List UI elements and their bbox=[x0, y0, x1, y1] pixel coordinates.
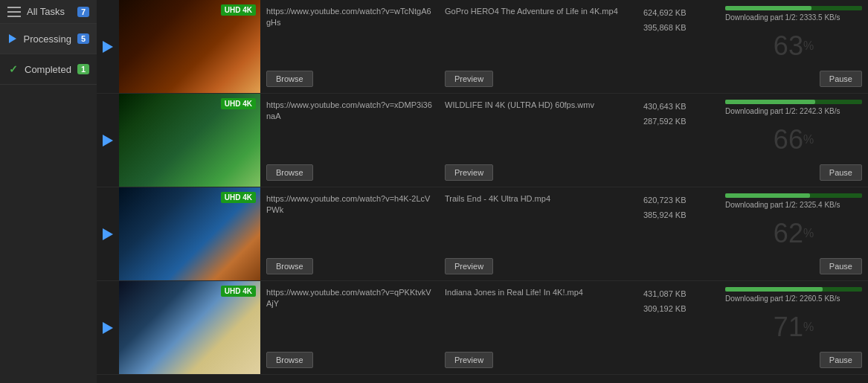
progress-speed: Downloading part 1/2: 2325.4 KB/s bbox=[725, 201, 862, 209]
uhd-badge: UHD 4K bbox=[221, 4, 256, 16]
browse-button[interactable]: Browse bbox=[266, 71, 313, 87]
task-size-done: 309,192 KB bbox=[643, 302, 713, 317]
task-progress-col: Downloading part 1/2: 2260.5 KB/s 71% Pa… bbox=[719, 281, 868, 374]
task-size: 620,723 KB 385,924 KB bbox=[637, 187, 719, 280]
browse-button[interactable]: Browse bbox=[266, 164, 313, 181]
sidebar-item-processing[interactable]: Processing 5 bbox=[0, 24, 97, 54]
task-row: UHD 4K https://www.youtube.com/watch?v=q… bbox=[97, 281, 868, 375]
progress-bar bbox=[725, 100, 862, 104]
task-filename-col: GoPro HERO4 The Adventure of Life in 4K.… bbox=[439, 0, 637, 93]
task-progress-col: Downloading part 1/2: 2333.5 KB/s 63% Pa… bbox=[719, 0, 868, 93]
sidebar: All Tasks 7 Processing 5 ✓ Completed 1 bbox=[0, 0, 97, 383]
pause-button[interactable]: Pause bbox=[820, 352, 862, 368]
task-url: https://www.youtube.com/watch?v=wTcNtgA6… bbox=[266, 6, 433, 29]
task-play-button[interactable] bbox=[103, 41, 113, 53]
task-size: 624,692 KB 395,868 KB bbox=[637, 0, 719, 93]
task-progress-col: Downloading part 1/2: 2325.4 KB/s 62% Pa… bbox=[719, 187, 868, 280]
task-size: 430,643 KB 287,592 KB bbox=[637, 94, 719, 187]
task-play-button[interactable] bbox=[103, 228, 113, 240]
task-thumbnail: UHD 4K bbox=[119, 281, 260, 374]
task-play-col bbox=[97, 0, 119, 93]
progress-speed: Downloading part 1/2: 2242.3 KB/s bbox=[725, 107, 862, 115]
task-play-col bbox=[97, 281, 119, 374]
task-url: https://www.youtube.com/watch?v=qPKKtvkV… bbox=[266, 287, 433, 310]
uhd-badge: UHD 4K bbox=[221, 192, 256, 203]
task-url-col: https://www.youtube.com/watch?v=h4K-2LcV… bbox=[260, 187, 439, 280]
uhd-badge: UHD 4K bbox=[221, 286, 256, 297]
task-filename-col: Indiana Jones in Real Life! In 4K!.mp4 P… bbox=[439, 281, 637, 374]
task-thumbnail: UHD 4K bbox=[119, 0, 260, 93]
task-filename: Trails End - 4K Ultra HD.mp4 bbox=[445, 193, 631, 205]
progress-percent: 62% bbox=[725, 209, 862, 258]
progress-bar bbox=[725, 287, 862, 292]
sidebar-header: All Tasks 7 bbox=[0, 0, 97, 24]
preview-button[interactable]: Preview bbox=[445, 258, 493, 274]
task-url: https://www.youtube.com/watch?v=h4K-2LcV… bbox=[266, 193, 433, 216]
task-play-button[interactable] bbox=[103, 135, 113, 147]
task-row: UHD 4K https://www.youtube.com/watch?v=h… bbox=[97, 187, 868, 281]
task-filename: WILDLIFE IN 4K (ULTRA HD) 60fps.wmv bbox=[445, 100, 631, 111]
task-url-col: https://www.youtube.com/watch?v=qPKKtvkV… bbox=[260, 281, 439, 374]
task-filename: Indiana Jones in Real Life! In 4K!.mp4 bbox=[445, 287, 631, 298]
progress-percent: 66% bbox=[725, 115, 862, 164]
task-url: https://www.youtube.com/watch?v=xDMP3i36… bbox=[266, 100, 433, 123]
task-play-button[interactable] bbox=[103, 322, 113, 334]
processing-badge: 5 bbox=[77, 33, 89, 44]
uhd-badge: UHD 4K bbox=[221, 98, 256, 109]
task-row: UHD 4K https://www.youtube.com/watch?v=x… bbox=[97, 94, 868, 187]
progress-bar bbox=[725, 193, 862, 198]
preview-button[interactable]: Preview bbox=[445, 164, 493, 181]
task-size-done: 395,868 KB bbox=[643, 21, 713, 36]
task-size-done: 287,592 KB bbox=[643, 115, 713, 129]
browse-button[interactable]: Browse bbox=[266, 352, 313, 368]
pause-button[interactable]: Pause bbox=[820, 258, 862, 274]
pause-button[interactable]: Pause bbox=[820, 71, 862, 87]
hamburger-icon[interactable] bbox=[7, 7, 21, 17]
task-filename-col: Trails End - 4K Ultra HD.mp4 Preview bbox=[439, 187, 637, 280]
task-play-col bbox=[97, 94, 119, 187]
pause-button[interactable]: Pause bbox=[820, 164, 862, 181]
completed-label: Completed bbox=[25, 64, 71, 75]
preview-button[interactable]: Preview bbox=[445, 71, 493, 87]
task-size-done: 385,924 KB bbox=[643, 208, 713, 223]
all-tasks-label: All Tasks bbox=[27, 6, 71, 17]
task-progress-col: Downloading part 1/2: 2242.3 KB/s 66% Pa… bbox=[719, 94, 868, 187]
progress-bar bbox=[725, 6, 862, 10]
task-thumbnail: UHD 4K bbox=[119, 187, 260, 280]
task-filename-col: WILDLIFE IN 4K (ULTRA HD) 60fps.wmv Prev… bbox=[439, 94, 637, 187]
task-url-col: https://www.youtube.com/watch?v=xDMP3i36… bbox=[260, 94, 439, 187]
task-url-col: https://www.youtube.com/watch?v=wTcNtgA6… bbox=[260, 0, 439, 93]
task-size-total: 620,723 KB bbox=[643, 193, 713, 208]
completed-check-icon: ✓ bbox=[7, 63, 19, 75]
preview-button[interactable]: Preview bbox=[445, 352, 493, 368]
task-size: 431,087 KB 309,192 KB bbox=[637, 281, 719, 374]
task-size-total: 624,692 KB bbox=[643, 6, 713, 21]
task-list: UHD 4K https://www.youtube.com/watch?v=w… bbox=[97, 0, 868, 383]
processing-play-icon bbox=[7, 33, 18, 45]
completed-badge: 1 bbox=[77, 64, 89, 74]
task-row: UHD 4K https://www.youtube.com/watch?v=w… bbox=[97, 0, 868, 94]
progress-percent: 71% bbox=[725, 303, 862, 352]
progress-speed: Downloading part 1/2: 2333.5 KB/s bbox=[725, 13, 862, 22]
all-tasks-badge: 7 bbox=[77, 7, 89, 17]
processing-label: Processing bbox=[24, 33, 71, 45]
task-play-col bbox=[97, 187, 119, 280]
progress-speed: Downloading part 1/2: 2260.5 KB/s bbox=[725, 295, 862, 303]
task-size-total: 431,087 KB bbox=[643, 287, 713, 302]
task-filename: GoPro HERO4 The Adventure of Life in 4K.… bbox=[445, 6, 631, 17]
task-size-total: 430,643 KB bbox=[643, 100, 713, 115]
browse-button[interactable]: Browse bbox=[266, 258, 313, 274]
progress-percent: 63% bbox=[725, 22, 862, 71]
sidebar-item-completed[interactable]: ✓ Completed 1 bbox=[0, 54, 97, 85]
task-thumbnail: UHD 4K bbox=[119, 94, 260, 187]
